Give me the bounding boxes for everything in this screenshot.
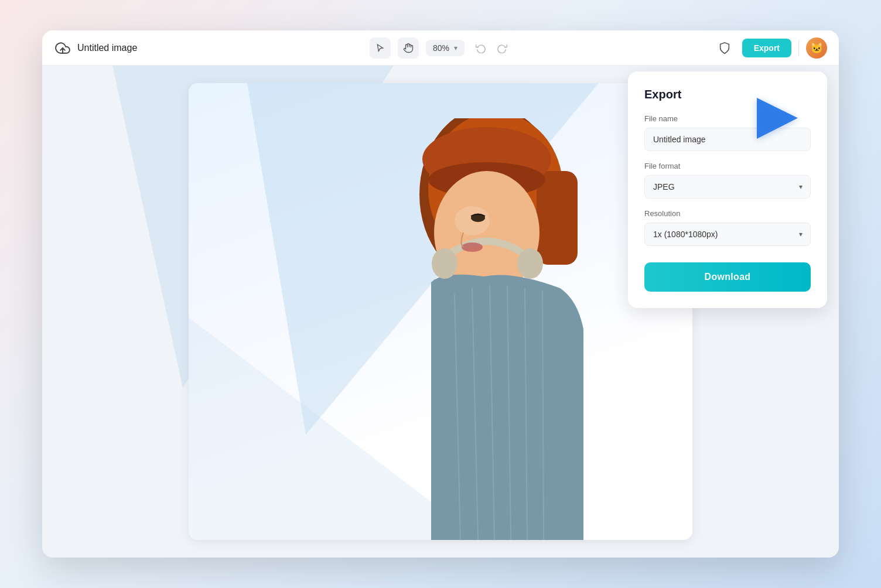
resolution-select[interactable]: 1x (1080*1080px) 2x (2160*2160px) 0.5x (… (644, 223, 811, 246)
document-title: Untitled image (77, 43, 137, 53)
svg-point-19 (517, 248, 543, 279)
header-center: 80% ▾ (370, 37, 511, 59)
shield-button[interactable] (714, 37, 735, 59)
svg-rect-6 (537, 171, 578, 265)
app-window: Untitled image 80% ▾ (42, 30, 839, 558)
resolution-wrapper: 1x (1080*1080px) 2x (2160*2160px) 0.5x (… (644, 223, 811, 246)
hand-tool-button[interactable] (398, 37, 419, 59)
svg-marker-22 (757, 98, 798, 139)
zoom-value: 80% (433, 43, 449, 53)
svg-point-20 (462, 242, 483, 252)
main-content: Export File name File format JPEG PNG SV… (42, 66, 839, 558)
avatar-emoji: 🐱 (810, 42, 823, 54)
canvas-card-wrapper (189, 83, 692, 540)
image-canvas (189, 83, 692, 540)
redo-button[interactable] (493, 39, 511, 57)
svg-point-11 (455, 206, 490, 235)
resolution-label: Resolution (644, 209, 811, 218)
logo-icon (54, 39, 71, 57)
canvas-card[interactable] (189, 83, 692, 540)
zoom-control-button[interactable]: 80% ▾ (426, 40, 465, 56)
history-buttons (472, 39, 511, 57)
header-divider (798, 40, 799, 56)
file-format-select[interactable]: JPEG PNG SVG PDF (644, 175, 811, 199)
header-right: Export 🐱 (714, 37, 827, 59)
export-button[interactable]: Export (742, 39, 791, 57)
zoom-chevron-icon: ▾ (454, 44, 457, 52)
undo-button[interactable] (472, 39, 490, 57)
file-format-wrapper: JPEG PNG SVG PDF ▾ (644, 175, 811, 199)
avatar[interactable]: 🐱 (806, 37, 827, 59)
woman-figure (396, 118, 619, 540)
download-button[interactable]: Download (644, 262, 811, 292)
svg-point-18 (432, 248, 457, 279)
header: Untitled image 80% ▾ (42, 30, 839, 66)
cursor-arrow (757, 98, 798, 141)
select-tool-button[interactable] (370, 37, 391, 59)
file-format-label: File format (644, 162, 811, 170)
